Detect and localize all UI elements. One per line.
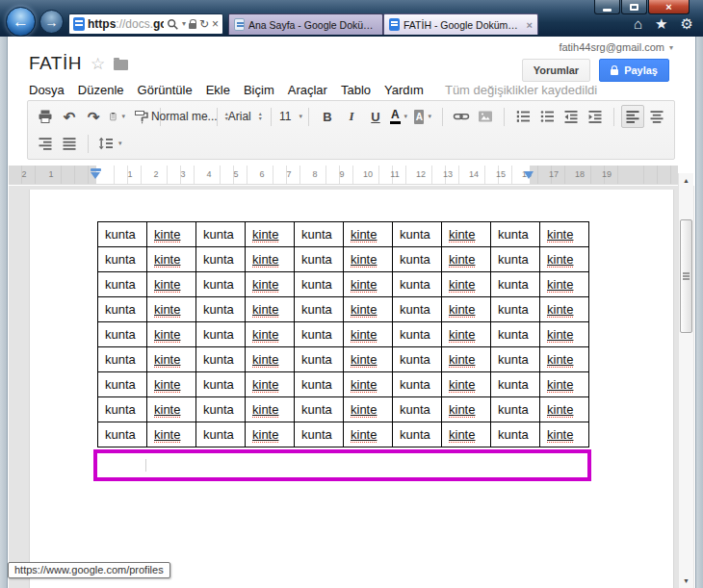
vertical-scrollbar[interactable]: ▲ ▼ [678,173,693,588]
table-cell[interactable]: kunta [196,272,246,297]
table-cell[interactable]: kinte [246,272,295,297]
table-cell[interactable]: kinte [540,322,589,347]
table-cell[interactable]: kinte [246,422,295,447]
close-button[interactable]: × [648,0,690,14]
scrollbar-thumb[interactable] [680,219,692,333]
increase-indent-button[interactable] [584,105,607,128]
table-cell[interactable]: kinte [147,222,196,247]
table-cell[interactable]: kinte [147,422,196,447]
table-cell[interactable]: kinte [246,322,295,347]
undo-button[interactable]: ↶ [58,105,81,128]
insert-link-button[interactable] [450,105,473,128]
tab-fatih[interactable]: FATİH - Google Dokümanlar × [383,13,538,35]
security-lock-icon[interactable] [189,23,196,29]
table-cell[interactable]: kinte [540,247,589,272]
numbered-list-button[interactable] [511,105,534,128]
paste-button[interactable]: ▾ [106,105,129,128]
table-cell[interactable]: kinte [344,322,393,347]
table-cell[interactable]: kunta [98,297,147,322]
table-cell[interactable]: kinte [344,222,393,247]
line-spacing-button[interactable]: ▾ [95,132,126,155]
menu-araclar[interactable]: Araçlar [288,83,327,97]
table-cell[interactable]: kunta [196,397,246,422]
table-cell[interactable]: kinte [442,422,491,447]
table-cell[interactable]: kunta [196,222,246,247]
search-icon[interactable] [167,18,179,31]
table-cell[interactable]: kinte [540,272,589,297]
forward-button[interactable]: → [39,10,64,34]
table-cell[interactable]: kunta [98,247,147,272]
table-cell[interactable]: kunta [393,372,442,397]
table-cell[interactable]: kunta [295,422,344,447]
table-cell[interactable]: kinte [147,272,196,297]
table-cell[interactable]: kunta [491,347,540,372]
table-cell[interactable]: kunta [491,422,540,447]
table-cell[interactable]: kinte [442,247,491,272]
table-cell[interactable]: kunta [295,372,344,397]
table-cell[interactable]: kinte [442,372,491,397]
table-cell[interactable]: kinte [540,222,589,247]
back-button[interactable]: ← [6,7,36,37]
stop-icon[interactable]: × [212,18,219,30]
table-cell[interactable]: kinte [344,422,393,447]
table-cell[interactable]: kinte [344,397,393,422]
table-cell[interactable]: kinte [540,372,589,397]
table-cell[interactable]: kinte [246,397,295,422]
table-cell[interactable]: kunta [393,222,442,247]
minimize-button[interactable] [594,0,620,14]
table-cell[interactable]: kinte [147,297,196,322]
selected-empty-row[interactable] [93,449,591,481]
menu-dosya[interactable]: Dosya [29,83,65,97]
table-cell[interactable]: kunta [393,272,442,297]
table-cell[interactable]: kunta [98,422,147,447]
right-indent-marker[interactable] [524,171,534,179]
table-cell[interactable]: kunta [98,372,147,397]
left-indent-marker[interactable] [91,168,101,179]
table-cell[interactable]: kunta [491,247,540,272]
table-cell[interactable]: kinte [344,272,393,297]
table-cell[interactable]: kinte [246,372,295,397]
table-cell[interactable]: kunta [98,272,147,297]
table-cell[interactable]: kinte [147,347,196,372]
table-cell[interactable]: kinte [147,322,196,347]
table-cell[interactable]: kinte [442,397,491,422]
table-cell[interactable]: kunta [491,372,540,397]
table-cell[interactable]: kunta [393,347,442,372]
table-cell[interactable]: kinte [246,347,295,372]
folder-icon[interactable] [114,60,128,70]
table-cell[interactable]: kunta [196,422,246,447]
bulleted-list-button[interactable] [535,105,559,128]
paragraph-style-select[interactable]: Normal me... ▴▾ [168,105,210,128]
document-title[interactable]: FATİH [29,53,82,74]
table-cell[interactable]: kunta [196,322,246,347]
text-color-button[interactable]: A ▾ [388,105,411,128]
table-cell[interactable]: kunta [393,322,442,347]
font-select[interactable]: Arial ▴▾ [224,105,264,128]
table-cell[interactable]: kinte [540,422,589,447]
address-bar[interactable]: https://docs.goo... ▾ ↻ × [68,13,223,35]
underline-button[interactable]: U [364,105,387,128]
table-cell[interactable]: kunta [295,397,344,422]
align-center-button[interactable] [645,105,668,128]
menu-yardim[interactable]: Yardım [384,83,424,97]
table-cell[interactable]: kunta [196,247,246,272]
table-cell[interactable]: kunta [98,397,147,422]
share-button[interactable]: Paylaş [599,59,669,82]
gear-icon[interactable]: ⚙ [681,16,693,31]
table-cell[interactable]: kunta [295,322,344,347]
bold-button[interactable]: B [316,105,339,128]
table-cell[interactable]: kunta [196,297,246,322]
table-cell[interactable]: kunta [393,297,442,322]
table-cell[interactable]: kinte [540,347,589,372]
redo-button[interactable]: ↷ [82,105,105,128]
favorites-star-icon[interactable]: ★ [655,16,667,31]
ruler[interactable]: 2112345678910111213141516171819 [9,166,678,185]
tab-ana-sayfa[interactable]: Ana Sayfa - Google Dokümanlar [228,13,383,35]
maximize-button[interactable] [621,0,647,14]
table-cell[interactable]: kinte [442,297,491,322]
document-page[interactable]: kuntakintekuntakintekuntakintekuntakinte… [29,190,674,588]
search-dropdown-icon[interactable]: ▾ [182,20,186,28]
table-cell[interactable]: kunta [295,347,344,372]
table-cell[interactable]: kunta [393,422,442,447]
table-cell[interactable]: kinte [147,372,196,397]
